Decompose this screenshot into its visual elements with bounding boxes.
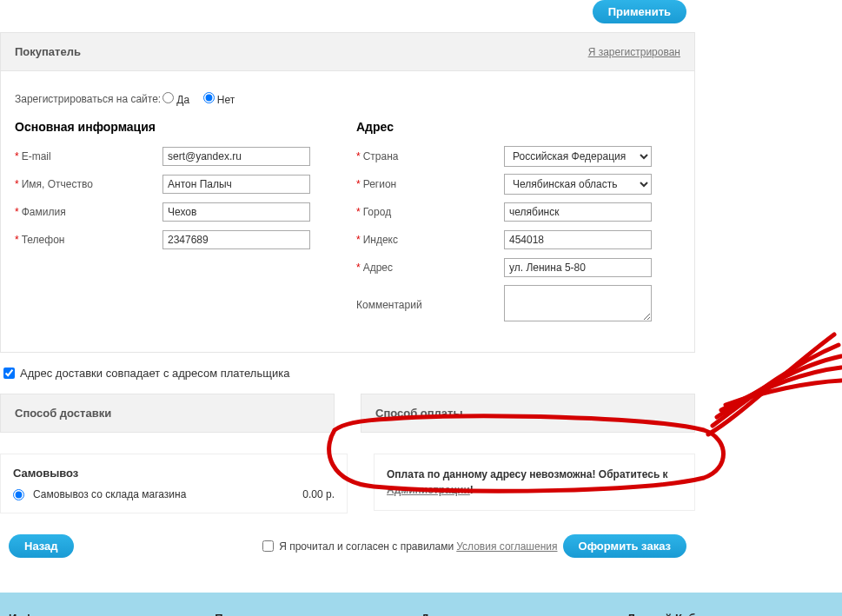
delivery-title: Самовывоз (13, 467, 335, 480)
register-no-option[interactable]: Нет (203, 94, 235, 106)
pickup-radio[interactable] (13, 489, 24, 500)
email-label: E-mail (22, 150, 51, 162)
country-label: Страна (363, 150, 399, 162)
name-label: Имя, Отчество (22, 178, 93, 190)
index-field[interactable] (504, 230, 652, 249)
same-address-checkbox[interactable] (3, 368, 15, 379)
payment-method-header: Способ оплаты (361, 394, 695, 433)
footer-info[interactable]: Информация (9, 612, 215, 616)
phone-field[interactable] (162, 230, 310, 249)
registered-link[interactable]: Я зарегистрирован (588, 46, 680, 58)
phone-label: Телефон (22, 234, 65, 246)
surname-field[interactable] (162, 202, 310, 222)
pickup-label: Самовывоз со склада магазина (33, 488, 186, 500)
name-field[interactable] (162, 175, 310, 194)
buyer-section-header: Покупатель Я зарегистрирован (0, 32, 695, 71)
region-select[interactable]: Челябинская область (504, 174, 652, 195)
submit-order-button[interactable]: Оформить заказ (563, 534, 686, 558)
administration-link[interactable]: Администрации (387, 484, 470, 496)
city-label: Город (363, 206, 391, 218)
city-field[interactable] (504, 202, 652, 222)
footer: Информация Поддержка Дополнительно Личны… (0, 593, 842, 616)
footer-account[interactable]: Личный Кабинет (627, 612, 833, 616)
register-label: Зарегистрироваться на сайте: (15, 93, 162, 105)
email-field[interactable] (162, 147, 310, 166)
comment-label: Комментарий (356, 299, 422, 311)
register-no-radio[interactable] (203, 92, 215, 103)
delivery-box: Самовывоз Самовывоз со склада магазина 0… (0, 454, 348, 513)
register-yes-radio[interactable] (162, 92, 174, 103)
terms-link[interactable]: Условия соглашения (456, 540, 557, 553)
agree-text: Я прочитал и согласен с правилами (279, 540, 454, 553)
pickup-price: 0.00 р. (302, 488, 335, 500)
footer-support[interactable]: Поддержка (215, 612, 421, 616)
payment-error-text: Оплата по данному адресу невозможна! Обр… (387, 468, 668, 480)
back-button[interactable]: Назад (9, 534, 74, 558)
index-label: Индекс (363, 234, 398, 246)
register-yes-option[interactable]: Да (162, 94, 193, 106)
surname-label: Фамилия (22, 206, 66, 218)
addr-label: Адрес (363, 262, 393, 274)
payment-error-box: Оплата по данному адресу невозможна! Обр… (374, 454, 695, 511)
address-title: Адрес (356, 120, 680, 134)
addr-field[interactable] (504, 258, 652, 277)
region-label: Регион (363, 178, 397, 190)
country-select[interactable]: Российская Федерация (504, 146, 652, 167)
delivery-method-header: Способ доставки (0, 394, 335, 433)
footer-extra[interactable]: Дополнительно (421, 612, 627, 616)
buyer-title: Покупатель (15, 45, 81, 58)
agree-checkbox[interactable] (262, 540, 274, 552)
apply-button[interactable]: Применить (593, 0, 686, 23)
same-address-label: Адрес доставки совпадает с адресом плате… (20, 367, 289, 380)
comment-field[interactable] (504, 285, 652, 321)
main-info-title: Основная информация (15, 120, 339, 134)
